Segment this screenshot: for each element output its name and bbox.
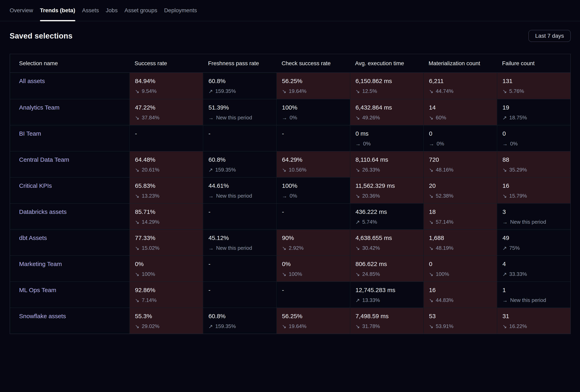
tab-assets[interactable]: Assets: [82, 0, 99, 21]
metric-value: 11,562.329 ms: [355, 182, 423, 189]
metric-value: 1,688: [429, 234, 497, 241]
trend-label: 19.64%: [289, 323, 306, 329]
trend-flat-icon: →: [502, 219, 508, 225]
metric-cell: 7,498.59 ms ↘ 31.78%: [350, 308, 423, 334]
metric-trend: ↘ 20.36%: [355, 193, 423, 199]
trend-label: 49.26%: [362, 114, 380, 121]
metric-trend: → New this period: [208, 245, 276, 251]
metric-trend: ↘ 57.14%: [429, 219, 497, 225]
metric-cell: 6,150.862 ms ↘ 12.5%: [350, 73, 423, 99]
selection-name-link[interactable]: Central Data Team: [19, 156, 69, 163]
trend-down-icon: ↘: [135, 219, 139, 225]
metric-trend: ↘ 53.91%: [429, 323, 497, 329]
trend-label: 15.02%: [142, 245, 159, 251]
selection-name-link[interactable]: Critical KPIs: [19, 182, 52, 189]
trend-label: 31.78%: [362, 323, 380, 329]
metric-trend: → New this period: [502, 219, 570, 225]
selection-name-cell: Marketing Team: [10, 256, 129, 282]
metric-trend: → New this period: [502, 297, 570, 303]
metric-cell: 14 ↘ 60%: [423, 99, 497, 125]
trend-down-icon: ↘: [282, 89, 287, 94]
metric-value: 8,110.64 ms: [355, 156, 423, 163]
metric-value: -: [208, 287, 276, 294]
table-row: Databricks assets 85.71% ↘ 14.29% - - 43…: [10, 203, 570, 229]
metric-value: 0: [429, 130, 497, 137]
selection-name-link[interactable]: dbt Assets: [19, 234, 47, 241]
metric-trend: ↗ 75%: [502, 245, 570, 251]
metric-value: 20: [429, 182, 497, 189]
metric-cell: 0 → 0%: [423, 125, 497, 151]
trend-label: 20.61%: [142, 167, 159, 173]
selection-name-link[interactable]: Analytics Team: [19, 104, 59, 111]
metric-cell: 88 ↘ 35.29%: [497, 151, 570, 177]
trend-down-icon: ↘: [355, 89, 360, 94]
metric-value: 1: [502, 287, 570, 294]
selection-name-cell: Analytics Team: [10, 99, 129, 125]
trend-label: 159.35%: [215, 88, 236, 94]
table-row: ML Ops Team 92.86% ↘ 7.14% - - 12,745.28…: [10, 282, 570, 307]
selection-name-cell: Databricks assets: [10, 204, 129, 229]
tab-trends-beta[interactable]: Trends (beta): [40, 0, 75, 21]
metric-cell: 77.33% ↘ 15.02%: [129, 230, 203, 255]
tab-deployments[interactable]: Deployments: [164, 0, 197, 21]
metric-value: 4: [502, 261, 570, 267]
metric-trend: ↘ 29.02%: [135, 323, 203, 329]
metric-value: -: [135, 130, 203, 137]
trend-label: 44.74%: [436, 88, 453, 94]
metric-value: 31: [502, 313, 570, 320]
metric-value: 45.12%: [208, 234, 276, 241]
trend-label: 57.14%: [436, 219, 453, 225]
trend-down-icon: ↘: [282, 167, 287, 173]
tab-overview[interactable]: Overview: [10, 0, 33, 21]
table-header-row: Selection name Success rate Freshness pa…: [10, 54, 570, 73]
metric-cell: 90% ↘ 2.92%: [276, 230, 350, 255]
selection-name-cell: dbt Assets: [10, 230, 129, 255]
metric-trend: ↗ 18.75%: [502, 114, 570, 121]
selection-name-link[interactable]: Snowflake assets: [19, 313, 66, 319]
trend-label: 14.29%: [142, 219, 159, 225]
trend-flat-icon: →: [502, 141, 508, 146]
metric-trend: ↘ 60%: [429, 114, 497, 121]
metric-cell: 3 → New this period: [497, 204, 570, 229]
metric-value: 436.222 ms: [355, 208, 423, 215]
column-header-check-success-rate: Check success rate: [276, 54, 350, 72]
selection-name-link[interactable]: All assets: [19, 78, 45, 84]
column-header-success-rate: Success rate: [129, 54, 203, 72]
trend-label: 24.85%: [362, 271, 380, 277]
trend-down-icon: ↘: [429, 324, 434, 329]
metric-cell: 0 → 0%: [497, 125, 570, 151]
metric-trend: → 0%: [502, 141, 570, 147]
trend-down-icon: ↘: [135, 167, 139, 173]
tab-asset-groups[interactable]: Asset groups: [125, 0, 157, 21]
metric-value: 7,498.59 ms: [355, 313, 423, 320]
metric-value: 60.8%: [208, 78, 276, 85]
selection-name-link[interactable]: Marketing Team: [19, 261, 62, 267]
table-row: Central Data Team 64.48% ↘ 20.61% 60.8% …: [10, 151, 570, 177]
selection-name-link[interactable]: BI Team: [19, 130, 41, 137]
trend-label: 19.64%: [289, 88, 306, 94]
metric-cell: 55.3% ↘ 29.02%: [129, 308, 203, 334]
metric-cell: 100% → 0%: [276, 178, 350, 203]
trend-label: 60%: [436, 114, 446, 121]
trend-label: 52.38%: [436, 193, 453, 199]
trend-down-icon: ↘: [135, 246, 139, 251]
trend-flat-icon: →: [282, 194, 287, 198]
table-row: Analytics Team 47.22% ↘ 37.84% 51.39% → …: [10, 99, 570, 125]
trend-label: New this period: [510, 219, 546, 225]
metric-value: -: [208, 261, 276, 267]
metric-trend: ↘ 16.22%: [502, 323, 570, 329]
time-range-button[interactable]: Last 7 days: [528, 30, 571, 42]
selection-name-link[interactable]: ML Ops Team: [19, 287, 56, 293]
metric-value: 85.71%: [135, 208, 203, 215]
metric-cell: 60.8% ↗ 159.35%: [203, 151, 276, 177]
metric-value: 56.25%: [282, 78, 350, 85]
metric-cell: -: [276, 125, 350, 151]
metric-cell: 19 ↗ 18.75%: [497, 99, 570, 125]
tab-jobs[interactable]: Jobs: [106, 0, 118, 21]
trend-label: 48.19%: [436, 245, 453, 251]
trend-up-icon: ↗: [502, 246, 507, 251]
selection-name-link[interactable]: Databricks assets: [19, 208, 67, 215]
column-header-freshness-pass-rate: Freshness pass rate: [203, 54, 276, 72]
metric-trend: ↘ 24.85%: [355, 271, 423, 277]
metric-cell: 436.222 ms ↗ 5.74%: [350, 204, 423, 229]
